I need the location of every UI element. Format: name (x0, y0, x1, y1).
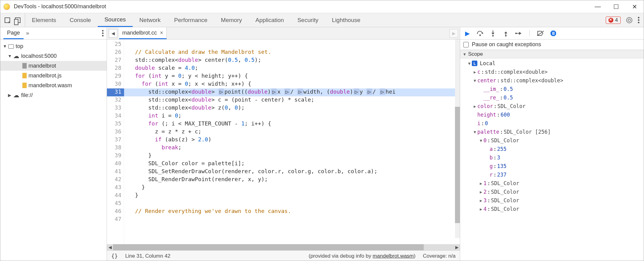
tab-sources[interactable]: Sources (98, 13, 133, 27)
pause-on-exceptions-button[interactable] (550, 30, 557, 37)
resume-button[interactable]: ▶ (464, 30, 471, 37)
devtools-icon (3, 3, 10, 10)
var-height[interactable]: height: 600 (460, 110, 644, 119)
error-icon (608, 18, 613, 23)
step-into-button[interactable] (490, 30, 496, 37)
file-icon (22, 63, 27, 69)
deactivate-breakpoints-button[interactable] (537, 30, 544, 37)
code-editor[interactable]: 2526272829303132333435363738394041424344… (107, 39, 460, 244)
tab-performance[interactable]: Performance (167, 13, 214, 27)
scope-label: Local (480, 60, 495, 66)
var-center-re[interactable]: __re_: 0.5 (460, 93, 644, 102)
var-palette-1[interactable]: ▶1: SDL_Color (460, 179, 644, 188)
svg-point-10 (515, 32, 517, 34)
file-icon (22, 83, 27, 88)
var-palette-4[interactable]: ▶4: SDL_Color (460, 205, 644, 213)
var-palette[interactable]: ▼palette: SDL_Color [256] (460, 128, 644, 136)
scope-local[interactable]: ▼LLocal (460, 59, 644, 68)
nav-forward-button[interactable]: ▶ (449, 29, 458, 38)
var-palette-0-a[interactable]: a: 255 (460, 145, 644, 153)
window-titlebar: DevTools - localhost:5000/mandelbrot — ☐… (0, 0, 644, 13)
debug-info-label: (provided via debug info by mandelbrot.w… (309, 253, 416, 259)
nav-back-button[interactable]: ◀ (109, 29, 117, 38)
line-gutter[interactable]: 2526272829303132333435363738394041424344… (107, 39, 124, 244)
debugger-content: Pause on caught exceptions ▼Scope ▼LLoca… (460, 39, 644, 261)
horizontal-scrollbar[interactable]: ◀ ▶ (107, 244, 460, 250)
tab-network[interactable]: Network (133, 13, 168, 27)
close-button[interactable]: ✕ (631, 4, 638, 10)
pause-on-caught-row[interactable]: Pause on caught exceptions (460, 39, 644, 50)
close-tab-icon[interactable]: × (160, 30, 163, 36)
step-button[interactable] (515, 30, 522, 37)
tree-label: top (16, 43, 23, 50)
file-icon (22, 73, 27, 78)
tree-file-mandelbrot-js[interactable]: mandelbrot.js (0, 71, 107, 80)
tab-application[interactable]: Application (249, 13, 291, 27)
tab-memory[interactable]: Memory (214, 13, 249, 27)
debug-info-link[interactable]: mandelbrot.wasm (373, 253, 414, 259)
svg-point-7 (505, 35, 507, 36)
minimize-button[interactable]: — (595, 4, 601, 10)
tree-file-mandelbrot[interactable]: mandelbrot (0, 61, 107, 71)
var-i[interactable]: i: 0 (460, 119, 644, 128)
navigator-more-icon[interactable]: » (26, 30, 29, 36)
pretty-print-icon[interactable]: {} (111, 253, 118, 259)
tree-file-scheme[interactable]: ▶☁file:// (0, 90, 107, 100)
svg-point-4 (492, 35, 494, 36)
top-tabs-row: Elements Console Sources Network Perform… (0, 13, 644, 27)
tab-lighthouse[interactable]: Lighthouse (325, 13, 367, 27)
cloud-icon: ☁ (13, 53, 19, 59)
error-badge[interactable]: 4 (606, 17, 621, 24)
navigator-tab-page[interactable]: Page (3, 27, 24, 39)
file-tree: ▼top ▼☁localhost:5000 mandelbrot mandelb… (0, 39, 107, 261)
var-center[interactable]: ▼center: std::complex<double> (460, 76, 644, 85)
editor-status-bar: {} Line 31, Column 42 (provided via debu… (107, 250, 460, 261)
local-badge-icon: L (472, 61, 477, 66)
tree-file-mandelbrot-wasm[interactable]: mandelbrot.wasm (0, 80, 107, 90)
var-palette-2[interactable]: ▶2: SDL_Color (460, 188, 644, 196)
tab-elements[interactable]: Elements (25, 13, 63, 27)
checkbox[interactable] (463, 42, 469, 47)
gear-icon[interactable] (626, 17, 632, 23)
vertical-scrollbar[interactable] (455, 39, 460, 238)
scope-section-header[interactable]: ▼Scope (460, 50, 644, 58)
editor-tab[interactable]: mandelbrot.cc × (119, 27, 167, 39)
cloud-icon: ☁ (13, 92, 19, 98)
tree-label: mandelbrot.js (28, 73, 62, 79)
code-content[interactable]: // Calculate and draw the Mandelbrot set… (124, 39, 460, 244)
var-color[interactable]: ▶color: SDL_Color (460, 102, 644, 110)
toggle-device-icon[interactable] (15, 17, 21, 23)
navigator-menu-icon[interactable] (102, 30, 104, 36)
var-palette-0-r[interactable]: r: 237 (460, 170, 644, 179)
pause-on-caught-label: Pause on caught exceptions (472, 41, 541, 48)
tree-label: mandelbrot.wasm (28, 82, 72, 89)
var-c[interactable]: ▶c: std::complex<double> (460, 68, 644, 76)
tree-domain[interactable]: ▼☁localhost:5000 (0, 51, 107, 61)
tree-label: file:// (21, 92, 33, 99)
tree-top[interactable]: ▼top (0, 41, 107, 51)
editor-pane: ◀ mandelbrot.cc × ▶ 25262728293031323334… (107, 27, 460, 261)
more-menu-icon[interactable] (638, 17, 639, 23)
maximize-button[interactable]: ☐ (613, 4, 619, 10)
var-palette-0[interactable]: ▼0: SDL_Color (460, 136, 644, 145)
navigator-pane: Page » ▼top ▼☁localhost:5000 mandelbrot … (0, 27, 107, 261)
svg-marker-3 (491, 33, 494, 35)
debug-toolbar: ▶ (460, 27, 644, 39)
coverage-label: Coverage: n/a (423, 253, 456, 259)
step-out-button[interactable] (502, 30, 509, 37)
editor-tab-label: mandelbrot.cc (122, 30, 157, 36)
tree-label: localhost:5000 (21, 53, 57, 59)
window-title: DevTools - localhost:5000/mandelbrot (14, 3, 595, 10)
var-palette-0-b[interactable]: b: 3 (460, 153, 644, 162)
panel-tabs: Elements Console Sources Network Perform… (25, 13, 367, 27)
tab-console[interactable]: Console (63, 13, 98, 27)
svg-marker-6 (504, 32, 507, 33)
step-over-button[interactable] (477, 30, 483, 37)
tab-security[interactable]: Security (291, 13, 325, 27)
svg-point-1 (479, 34, 481, 36)
svg-rect-13 (554, 32, 555, 35)
var-palette-0-g[interactable]: g: 135 (460, 162, 644, 170)
var-center-im[interactable]: __im_: 0.5 (460, 85, 644, 93)
inspect-element-icon[interactable] (5, 17, 10, 23)
var-palette-3[interactable]: ▶3: SDL_Color (460, 196, 644, 205)
